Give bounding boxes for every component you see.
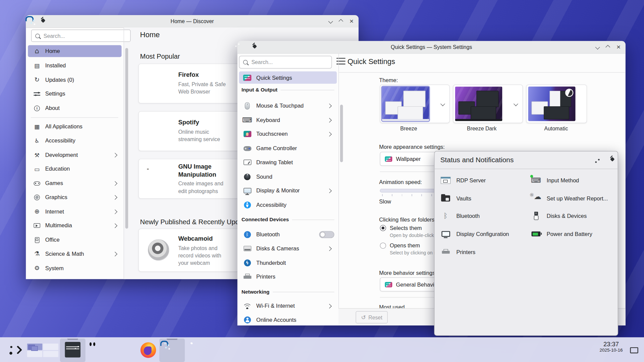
sidebar-item-office[interactable]: Office [28, 234, 121, 246]
settings-scrollbar[interactable] [340, 105, 343, 162]
popup-item-disks-devices[interactable]: Disks & Devices [531, 210, 587, 222]
sidebar-item-label: Accessibility [45, 137, 75, 143]
theme-variant-dropdown[interactable] [511, 86, 521, 121]
radio-selects-them[interactable] [380, 225, 386, 231]
radio-label: Opens them [390, 243, 420, 249]
sidebar-item-label: Graphics [45, 194, 67, 200]
app-card-desc: your webcam [178, 260, 210, 266]
sidebar-item-disks-cameras[interactable]: Disks & Cameras [239, 243, 337, 254]
sidebar-item-keyboard[interactable]: Keyboard [239, 115, 337, 126]
sidebar-item-label: Game Controller [256, 145, 297, 151]
app-card-desc: Online music [178, 129, 209, 135]
maximize-icon[interactable] [605, 45, 610, 50]
bluetooth-toggle[interactable] [319, 231, 334, 238]
display-configuration-icon [440, 231, 451, 237]
sidebar-item-game-controller[interactable]: Game Controller [239, 143, 337, 154]
maximize-icon[interactable] [338, 19, 343, 24]
popup-item-rdp-server[interactable]: RDP Server [440, 174, 486, 186]
taskbar-panel: K 23:37 2025-10-16 [0, 338, 644, 362]
theme-variant-dropdown[interactable] [438, 86, 447, 121]
popup-item-vaults[interactable]: Vaults [440, 192, 471, 204]
sidebar-item-home[interactable]: Home [28, 45, 121, 57]
sidebar-item-label: Thunderbolt [256, 260, 286, 266]
sidebar-item-graphics[interactable]: Graphics [28, 191, 121, 203]
sidebar-item-settings[interactable]: Settings [28, 88, 121, 100]
close-icon[interactable] [350, 18, 354, 25]
reset-button[interactable]: Reset [356, 311, 388, 323]
minimize-icon[interactable] [328, 19, 333, 24]
popup-item-input-method[interactable]: Input Method [531, 174, 579, 186]
sidebar-item-sound[interactable]: Sound [239, 171, 337, 182]
chevron-right-icon [327, 188, 332, 193]
pager-desktop-4[interactable] [43, 351, 58, 357]
sidebar-item-installed[interactable]: Installed [28, 60, 121, 72]
sidebar-item-label: Games [45, 180, 63, 186]
disks-icon [243, 246, 251, 251]
sidebar-item-multimedia[interactable]: Multimedia [28, 220, 121, 232]
virtual-desktop-pager[interactable] [27, 344, 58, 357]
pager-desktop-3[interactable] [27, 351, 42, 357]
sidebar-item-online-accounts[interactable]: Online Accounts [239, 314, 337, 325]
discover-search-input[interactable] [43, 32, 126, 39]
sidebar-item-drawing-tablet[interactable]: Drawing Tablet [239, 157, 337, 168]
sidebar-item-accessibility[interactable]: Accessibility [28, 135, 121, 147]
sidebar-item-science-math[interactable]: Science & Math [28, 248, 121, 260]
pager-desktop-1[interactable] [27, 344, 42, 350]
sidebar-item-label: Disks & Cameras [256, 245, 299, 251]
popup-item-power-battery[interactable]: Power and Battery [531, 228, 592, 240]
sidebar-item-label: Home [45, 48, 60, 54]
discover-search[interactable] [31, 29, 130, 42]
printers-icon [440, 249, 451, 255]
show-desktop-button[interactable] [630, 347, 638, 353]
popup-item-display-configuration[interactable]: Display Configuration [440, 228, 509, 240]
webcamoid-icon [148, 239, 169, 261]
theme-option-breeze[interactable] [380, 84, 450, 123]
chevron-right-icon [327, 103, 332, 108]
sidebar-item-games[interactable]: Games [28, 177, 121, 189]
hamburger-menu-icon[interactable] [336, 58, 345, 65]
minimize-icon[interactable] [595, 45, 600, 50]
system-settings-titlebar[interactable]: Quick Settings — System Settings [237, 41, 626, 54]
sidebar-item-printers[interactable]: Printers [239, 271, 337, 282]
theme-name: Automatic [526, 126, 586, 132]
firefox-task-icon[interactable] [141, 342, 156, 358]
radio-opens-them[interactable] [380, 243, 386, 249]
sidebar-item-updates[interactable]: Updates (0) [28, 74, 121, 86]
theme-option-automatic[interactable] [526, 84, 587, 123]
sidebar-separator [31, 117, 118, 118]
discover-titlebar[interactable]: Home — Discover [26, 15, 359, 28]
online-accounts-icon [243, 316, 251, 323]
pager-desktop-2[interactable] [43, 344, 58, 350]
radio-label: Selects them [390, 225, 422, 231]
close-icon[interactable] [616, 44, 621, 51]
app-launcher-icon[interactable] [8, 343, 23, 357]
sidebar-item-wifi-internet[interactable]: Wi-Fi & Internet [239, 300, 337, 311]
popup-item-weather[interactable]: ☼☁ Set up Weather Report... [531, 192, 608, 204]
rdp-server-icon [440, 177, 451, 184]
search-icon [35, 34, 40, 38]
theme-option-breeze-dark[interactable] [453, 84, 523, 123]
popup-item-bluetooth[interactable]: ᛒ Bluetooth [440, 210, 480, 222]
settings-search[interactable] [239, 56, 332, 69]
sidebar-item-system[interactable]: System [28, 262, 121, 274]
sidebar-item-thunderbolt[interactable]: Thunderbolt [239, 257, 337, 268]
system-settings-task-icon[interactable] [65, 342, 80, 358]
discover-scrollbar[interactable] [125, 48, 128, 229]
sidebar-item-display-monitor[interactable]: Display & Monitor [239, 185, 337, 196]
popup-item-printers[interactable]: Printers [440, 246, 476, 258]
sidebar-item-label: Printers [256, 274, 275, 280]
sidebar-item-about[interactable]: About [28, 102, 121, 114]
updates-icon [33, 77, 41, 83]
sidebar-item-education[interactable]: Education [28, 163, 121, 175]
sidebar-item-all-applications[interactable]: All Applications [28, 121, 121, 133]
sidebar-item-quick-settings[interactable]: Quick Settings [239, 71, 337, 84]
sidebar-item-bluetooth[interactable]: Bluetooth [239, 229, 337, 240]
sidebar-item-internet[interactable]: Internet [28, 205, 121, 218]
sidebar-item-development[interactable]: Development [28, 149, 121, 161]
sidebar-item-mouse-touchpad[interactable]: Mouse & Touchpad [239, 100, 337, 111]
digital-clock[interactable]: 23:37 2025-10-16 [595, 341, 628, 353]
sidebar-item-label: Settings [45, 91, 65, 97]
sidebar-item-touchscreen[interactable]: Touchscreen [239, 128, 337, 139]
settings-search-input[interactable] [251, 59, 328, 66]
sidebar-item-accessibility[interactable]: Accessibility [239, 199, 337, 210]
